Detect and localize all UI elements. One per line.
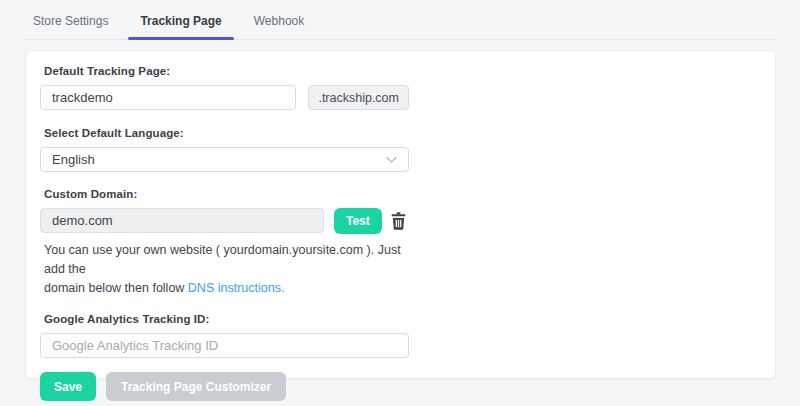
- tracking-domain-suffix: .trackship.com: [308, 85, 409, 110]
- help-line-1: You can use your own website ( yourdomai…: [44, 241, 424, 279]
- language-selected-value: English: [52, 152, 95, 167]
- default-tracking-page-section: Default Tracking Page: .trackship.com: [40, 65, 775, 110]
- chevron-down-icon: [386, 156, 397, 163]
- dns-instructions-link[interactable]: DNS instructions.: [188, 281, 285, 295]
- custom-domain-section: Custom Domain: Test You can use yo: [40, 188, 775, 298]
- help-line-2: domain below then follow DNS instruction…: [44, 279, 424, 298]
- actions-row: Save Tracking Page Customizer: [40, 372, 775, 401]
- tab-store-settings[interactable]: Store Settings: [33, 14, 108, 39]
- custom-domain-label: Custom Domain:: [44, 188, 775, 200]
- tracking-page-customizer-button[interactable]: Tracking Page Customizer: [106, 372, 286, 401]
- tab-tracking-page[interactable]: Tracking Page: [140, 14, 221, 39]
- default-tracking-page-label: Default Tracking Page:: [44, 65, 775, 77]
- tab-webhook[interactable]: Webhook: [254, 14, 304, 39]
- save-button[interactable]: Save: [40, 372, 96, 401]
- google-analytics-label: Google Analytics Tracking ID:: [44, 313, 775, 325]
- tabs-bar: Store Settings Tracking Page Webhook: [25, 0, 776, 40]
- tracking-page-settings-card: Default Tracking Page: .trackship.com Se…: [25, 50, 776, 379]
- language-section: Select Default Language: English: [40, 127, 775, 172]
- custom-domain-input[interactable]: [40, 208, 324, 233]
- delete-domain-button[interactable]: [391, 208, 406, 234]
- custom-domain-help-text: You can use your own website ( yourdomai…: [44, 241, 424, 298]
- google-analytics-section: Google Analytics Tracking ID:: [40, 313, 775, 358]
- google-analytics-input[interactable]: [40, 333, 409, 358]
- language-select[interactable]: English: [40, 147, 409, 172]
- default-tracking-page-input[interactable]: [40, 85, 296, 110]
- language-label: Select Default Language:: [44, 127, 775, 139]
- test-domain-button[interactable]: Test: [334, 208, 382, 234]
- trash-icon: [391, 212, 406, 230]
